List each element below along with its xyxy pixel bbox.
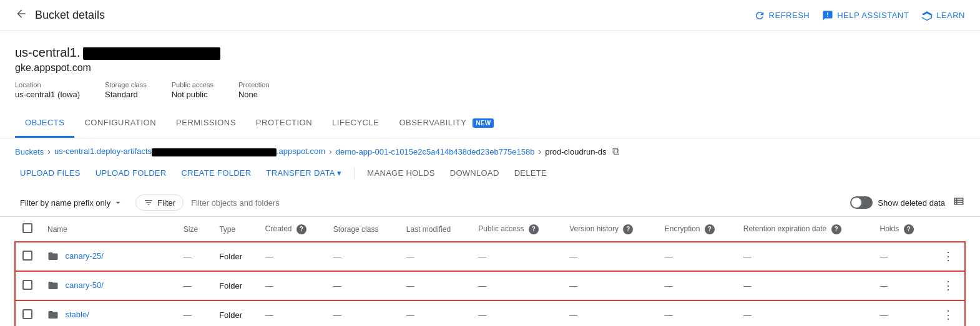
retention-help-icon[interactable]: ? [831,224,841,234]
row-holds: — [873,300,932,327]
th-size: Size [176,217,212,242]
version-history-help-icon[interactable]: ? [623,224,633,234]
show-deleted-label: Show deleted data [878,198,945,208]
meta-protection-value: None [238,90,258,99]
meta-storage-class: Storage class Standard [105,81,147,99]
bucket-info: us-central1. gke.appspot.com Location us… [0,31,980,99]
row-checkbox[interactable] [22,309,32,319]
th-checkbox [15,217,40,242]
breadcrumb-sep-3: › [539,146,542,156]
tab-objects[interactable]: OBJECTS [15,109,74,138]
filter-dropdown[interactable]: Filter by name prefix only [15,194,128,211]
row-last-modified: — [399,300,471,327]
copy-path-button[interactable]: ⧉ [610,146,622,157]
th-name: Name [40,217,176,242]
top-bar: Bucket details REFRESH HELP ASSISTANT LE… [0,0,980,31]
folder-icon [47,251,61,261]
meta-public-access-label: Public access [172,81,213,89]
show-deleted-toggle[interactable] [850,196,873,209]
breadcrumb-bucket-name[interactable]: us-central1.deploy-artifacts.appspot.com [54,146,325,156]
folder-icon [47,309,61,320]
learn-button[interactable]: LEARN [921,10,965,21]
th-type: Type [212,217,258,242]
row-encryption: — [657,242,736,271]
filter-right-actions: Show deleted data [850,195,965,211]
transfer-data-button[interactable]: TRANSFER DATA [262,165,347,181]
table-row: stable/ — Folder — — — — — — — — ⋮ [15,300,965,327]
row-checkbox[interactable] [22,280,32,290]
back-button[interactable] [15,7,27,23]
manage-holds-button[interactable]: MANAGE HOLDS [362,165,439,181]
filter-input[interactable] [191,198,843,208]
filter-dropdown-label: Filter by name prefix only [20,198,110,208]
help-assistant-button[interactable]: HELP ASSISTANT [822,10,909,21]
row-last-modified: — [399,271,471,300]
folder-icon [47,280,61,290]
row-public-access: — [471,242,562,271]
columns-icon[interactable] [953,195,965,211]
public-access-help-icon[interactable]: ? [529,224,539,234]
tab-protection[interactable]: PROTECTION [246,109,322,138]
delete-button[interactable]: DELETE [509,165,552,181]
breadcrumb-sep-2: › [329,146,332,156]
th-created: Created ? [258,217,326,242]
top-bar-left: Bucket details [15,7,105,23]
row-retention: — [736,300,873,327]
holds-help-icon[interactable]: ? [904,224,914,234]
row-more-button[interactable]: ⋮ [939,277,958,294]
tab-observability[interactable]: OBSERVABILITY NEW [389,109,504,138]
row-checkbox-cell [15,271,40,300]
created-help-icon[interactable]: ? [296,224,306,234]
row-more-cell: ⋮ [931,300,965,327]
filter-chip[interactable]: Filter [135,194,184,211]
row-holds: — [873,242,932,271]
row-type: Folder [212,271,258,300]
header-checkbox[interactable] [22,223,32,233]
row-version-history: — [562,300,657,327]
row-size: — [176,271,212,300]
objects-table-container: Name Size Type Created ? Storage class L… [0,217,980,326]
bucket-name-redacted [83,47,220,60]
breadcrumb: Buckets › us-central1.deploy-artifacts.a… [0,138,980,157]
toggle-knob [851,198,861,208]
row-size: — [176,300,212,327]
upload-folder-button[interactable]: UPLOAD FOLDER [91,165,172,181]
meta-storage-class-value: Standard [105,90,138,99]
table-body: canary-25/ — Folder — — — — — — — — ⋮ ca… [15,242,965,327]
row-name-link[interactable]: canary-50/ [65,280,103,289]
table-row: canary-25/ — Folder — — — — — — — — ⋮ [15,242,965,271]
tab-permissions[interactable]: PERMISSIONS [166,109,246,138]
breadcrumb-sep-1: › [47,146,51,156]
breadcrumb-buckets[interactable]: Buckets [15,147,44,156]
meta-public-access-value: Not public [172,90,208,99]
download-button[interactable]: DOWNLOAD [445,165,504,181]
refresh-button[interactable]: REFRESH [754,10,810,21]
show-deleted-toggle-wrap: Show deleted data [850,196,945,209]
row-name: canary-25/ [40,242,176,271]
new-badge: NEW [473,118,494,128]
breadcrumb-demo-app[interactable]: demo-app-001-c1015e2c5a414b438ded23eb775… [336,147,535,156]
upload-files-button[interactable]: UPLOAD FILES [15,165,86,181]
row-checkbox[interactable] [22,251,32,261]
bucket-domain: gke.appspot.com [15,62,965,74]
tab-configuration[interactable]: CONFIGURATION [74,109,166,138]
row-more-button[interactable]: ⋮ [939,248,958,264]
meta-location: Location us-central1 (Iowa) [15,81,80,99]
row-type: Folder [212,242,258,271]
objects-table: Name Size Type Created ? Storage class L… [15,217,965,326]
row-created: — [258,242,326,271]
filter-row: Filter by name prefix only Filter Show d… [0,189,980,217]
row-more-button[interactable]: ⋮ [939,307,958,323]
action-separator [354,167,355,180]
meta-protection-label: Protection [238,81,270,89]
tab-lifecycle[interactable]: LIFECYCLE [322,109,389,138]
encryption-help-icon[interactable]: ? [705,224,715,234]
row-name-link[interactable]: canary-25/ [65,251,103,260]
row-created: — [258,271,326,300]
th-public-access: Public access ? [471,217,562,242]
create-folder-button[interactable]: CREATE FOLDER [177,165,257,181]
row-version-history: — [562,242,657,271]
row-name-link[interactable]: stable/ [65,309,89,319]
breadcrumb-redacted [152,148,277,156]
top-bar-right: REFRESH HELP ASSISTANT LEARN [754,10,965,21]
